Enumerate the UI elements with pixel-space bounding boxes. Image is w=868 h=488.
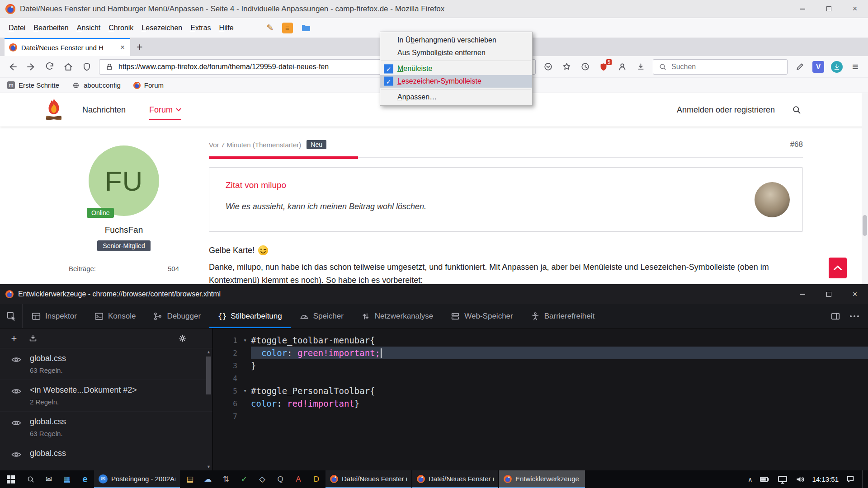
bookmark-erste-schritte[interactable]: m Erste Schritte [7,81,59,89]
code-line[interactable]: 7 [213,410,868,422]
battery-icon[interactable] [760,474,770,485]
menu-extras[interactable]: Extras [186,22,215,34]
menu-lesezeichen[interactable]: Lesezeichen [137,22,186,34]
nav-forum[interactable]: Forum [149,105,181,115]
ctxmenu-remove-from-toolbar[interactable]: Aus Symbolleiste entfernen [380,47,532,59]
taskbar-clock[interactable]: 14:13:51 [812,475,839,483]
account-icon[interactable] [614,59,630,75]
quote-title[interactable]: Zitat von milupo [226,180,786,190]
reload-button[interactable] [42,59,58,75]
screenshot-pencil-icon[interactable] [792,59,808,75]
author-avatar[interactable]: FU [89,145,159,216]
new-tab-button[interactable]: + [130,41,149,53]
visibility-eye-icon[interactable] [11,388,22,395]
css-editor[interactable]: 1 ▾ #toggle_toolbar-menubar{ 2 color: gr… [213,328,868,470]
start-button[interactable] [0,470,22,488]
stylesheet-item[interactable]: global.css [0,443,212,470]
sync-app-icon[interactable]: ⇅ [217,470,235,488]
minimize-button[interactable] [789,284,816,304]
download-icon[interactable] [632,59,649,75]
page-search-icon[interactable] [791,104,802,115]
fold-arrow-icon[interactable]: ▾ [239,337,251,343]
campfire-logo[interactable] [43,98,64,122]
q-app-icon[interactable]: Q [271,470,289,488]
anydesk-app-icon[interactable]: ◇ [253,470,271,488]
devtools-tab-speicher[interactable]: Speicher [291,304,352,328]
home-button[interactable] [60,59,76,75]
taskbar-window-firefox-1[interactable]: Datei/Neues Fenster u... [326,470,411,488]
close-button[interactable]: × [842,284,868,304]
ctxmenu-menubar-checkbox[interactable]: ✓ Menüleiste [380,62,532,75]
taskbar-search-icon[interactable] [22,470,40,488]
bookmark-about-config[interactable]: about:config [72,81,121,89]
post-number[interactable]: #68 [790,140,803,149]
author-name[interactable]: FuchsFan [105,225,143,235]
tracking-shield-icon[interactable] [79,59,95,75]
code-line[interactable]: 1 ▾ #toggle_toolbar-menubar{ [213,334,868,347]
teal-extension-icon[interactable] [829,59,845,75]
bookmark-forum[interactable]: Forum [133,81,164,89]
menu-ansicht[interactable]: Ansicht [73,22,104,34]
volume-icon[interactable] [795,474,806,485]
scrollbar-thumb[interactable] [206,357,211,394]
devtools-tab-debugger[interactable]: Debugger [144,304,209,328]
scroll-to-top-button[interactable] [829,258,847,278]
blue-folder-icon[interactable] [301,23,311,33]
search-bar[interactable]: Suchen [653,59,788,75]
devtools-tab-web-speicher[interactable]: Web-Speicher [442,304,521,328]
visibility-eye-icon[interactable] [11,419,22,427]
scrollbar-track[interactable] [206,355,211,464]
fold-arrow-icon[interactable]: ▾ [239,388,251,394]
visibility-eye-icon[interactable] [11,356,22,363]
stylesheet-item[interactable]: global.css 63 Regeln. [0,348,212,380]
code-line[interactable]: 3 } [213,359,868,372]
acrobat-app-icon[interactable]: A [289,470,307,488]
menu-bearbeiten[interactable]: Bearbeiten [29,22,72,34]
onedrive-app-icon[interactable]: ☁ [199,470,217,488]
nav-nachrichten[interactable]: Nachrichten [82,105,126,115]
new-stylesheet-button[interactable]: + [6,331,22,346]
mail-app-icon[interactable]: ✉ [40,470,58,488]
ctxmenu-customize[interactable]: Anpassen… [380,91,532,103]
code-line[interactable]: 4 [213,372,868,385]
taskbar-window-posteingang[interactable]: ✉ Posteingang - 2002An... [94,470,180,488]
quote-block[interactable]: Zitat von milupo Wie es aussieht, kann i… [209,167,803,232]
explorer-app-icon[interactable]: ▤ [181,470,199,488]
ctxmenu-move-to-overflow[interactable]: In Überhangmenü verschieben [380,34,532,47]
edge-app-icon[interactable]: e [76,470,94,488]
devtools-tab-inspektor[interactable]: Inspektor [23,304,85,328]
close-button[interactable]: × [842,0,868,18]
green-check-app-icon[interactable]: ✓ [235,470,253,488]
meatball-menu-icon[interactable] [846,308,863,324]
sidebar-scrollbar[interactable]: ▲ ▼ [205,349,212,469]
minimize-button[interactable] [789,0,816,18]
tray-chevron-up-icon[interactable]: ∧ [748,476,752,483]
show-desktop-button[interactable] [862,470,865,488]
forward-button[interactable] [23,59,39,75]
devtools-tab-konsole[interactable]: Konsole [85,304,144,328]
page-scrollbar[interactable] [862,93,868,284]
tab-close-icon[interactable]: × [119,43,126,52]
taskbar-window-firefox-2[interactable]: Datei/Neues Fenster u... [412,470,498,488]
network-icon[interactable] [777,474,788,485]
maximize-button[interactable] [816,0,842,18]
d-app-icon[interactable]: D [307,470,326,488]
menu-chronik[interactable]: Chronik [104,22,137,34]
history-icon[interactable] [577,59,593,75]
back-button[interactable] [5,59,21,75]
tab-active[interactable]: Datei/Neues Fenster und H × [5,38,130,56]
import-stylesheet-button[interactable] [25,331,41,346]
orange-app-icon[interactable]: ≡ [282,23,293,33]
action-center-icon[interactable] [845,474,855,484]
bookmark-star-icon[interactable] [558,59,575,75]
signin-link[interactable]: Anmelden oder registrieren [677,105,775,115]
hamburger-menu-icon[interactable]: ≡ [847,59,863,75]
taskbar-window-devtools[interactable]: Entwicklerwerkzeuge ... [499,470,585,488]
ctxmenu-bookmarks-toolbar-checkbox[interactable]: ✓ Lesezeichen-Symbolleiste [380,75,532,88]
devtools-tab-stilbearbeitung[interactable]: {} Stilbearbeitung [209,304,291,328]
pocket-icon[interactable] [540,59,556,75]
code-line[interactable]: 6 color: red!important} [213,397,868,410]
element-picker-button[interactable] [0,304,23,328]
visibility-eye-icon[interactable] [11,451,22,458]
stylesheet-item[interactable]: global.css 63 Regeln. [0,412,212,443]
